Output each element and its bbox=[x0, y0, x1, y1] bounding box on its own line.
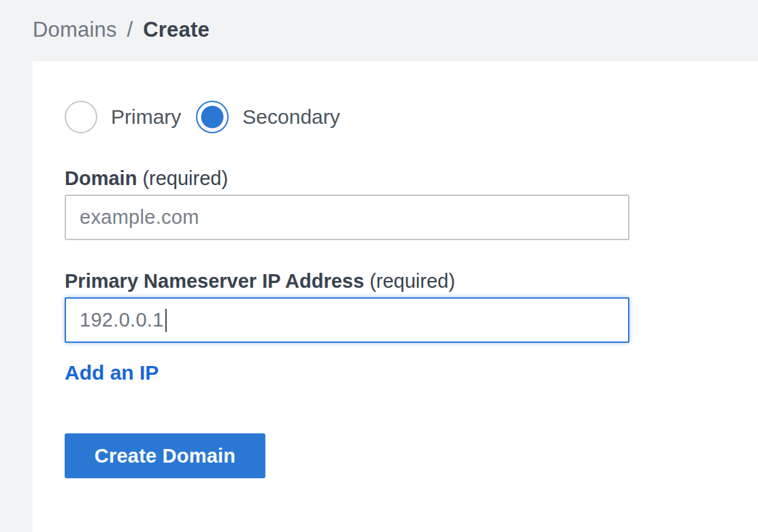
domain-required-hint: (required) bbox=[142, 167, 228, 189]
radio-secondary-label[interactable]: Secondary bbox=[242, 105, 340, 129]
domain-type-radio-group: Primary Secondary bbox=[65, 100, 726, 134]
domain-label-text: Domain bbox=[65, 167, 137, 189]
page-background: Domains / Create Primary Secondary Domai… bbox=[0, 0, 758, 532]
domain-field-label: Domain (required) bbox=[65, 167, 726, 190]
text-caret bbox=[165, 309, 167, 332]
nameserver-field-label: Primary Nameserver IP Address (required) bbox=[65, 269, 726, 293]
breadcrumb-separator: / bbox=[123, 18, 137, 41]
breadcrumb-current-page: Create bbox=[143, 18, 210, 41]
breadcrumb-section-domains[interactable]: Domains bbox=[33, 18, 117, 41]
radio-option-primary[interactable]: Primary bbox=[65, 101, 181, 133]
breadcrumb: Domains / Create bbox=[0, 0, 758, 61]
add-ip-link[interactable]: Add an IP bbox=[65, 361, 159, 384]
radio-secondary-selected-icon[interactable] bbox=[196, 101, 229, 133]
nameserver-ip-input[interactable]: 192.0.0.1 bbox=[65, 297, 629, 343]
nameserver-required-hint: (required) bbox=[369, 270, 455, 292]
domain-input-wrap bbox=[65, 195, 726, 240]
create-domain-card: Primary Secondary Domain (required) Prim… bbox=[33, 61, 758, 532]
create-domain-button[interactable]: Create Domain bbox=[65, 433, 265, 478]
nameserver-ip-value: 192.0.0.1 bbox=[80, 309, 164, 331]
radio-primary-label[interactable]: Primary bbox=[111, 105, 181, 129]
nameserver-label-text: Primary Nameserver IP Address bbox=[65, 270, 364, 292]
domain-input[interactable] bbox=[65, 195, 629, 240]
radio-primary-unselected-icon[interactable] bbox=[65, 101, 97, 133]
radio-option-secondary[interactable]: Secondary bbox=[196, 101, 340, 133]
